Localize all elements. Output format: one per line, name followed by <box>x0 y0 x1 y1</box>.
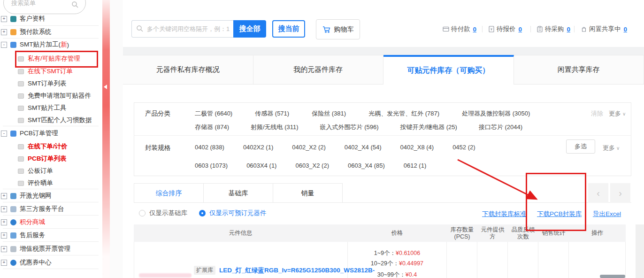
sidebar-item-coupon-center[interactable]: + 优惠券中心 <box>1 256 52 269</box>
doc-icon <box>18 81 24 86</box>
status-count[interactable]: 0 <box>519 26 522 33</box>
vertical-scrollbar[interactable] <box>636 224 644 278</box>
category-chip[interactable]: 存储器 (874) <box>195 123 229 131</box>
radio-show-bookable[interactable]: 仅显示可预订元器件 <box>199 209 267 217</box>
download-footprint-standard-link[interactable]: 下载封装库标准 <box>482 210 527 218</box>
export-excel-link[interactable]: 导出Excel <box>593 210 621 218</box>
package-chip[interactable]: 0603_X2 (2) <box>295 162 329 169</box>
expand-icon[interactable]: + <box>1 16 7 22</box>
package-chip-row1: 0402 (838) 0402X2 (1) 0402_X2 (2) 0402_X… <box>195 144 475 151</box>
sidebar-item-smt-habit-data[interactable]: SMT匹配个人习惯数据 <box>18 114 92 126</box>
search-current-button[interactable]: 搜当前 <box>272 20 305 38</box>
package-filter-label: 封装规格 <box>145 144 170 152</box>
sidebar-item-smt-order-online[interactable]: 在线下SMT订单 <box>18 65 73 77</box>
package-chip[interactable]: 0402_X8 (4) <box>400 144 434 151</box>
status-pending-purchase[interactable]: 待采购 0 <box>537 24 570 34</box>
package-chip[interactable]: 0402X2 (1) <box>243 144 273 151</box>
sidebar-item-pcb-orders[interactable]: - PCB订单管理 <box>1 127 58 139</box>
tab-mountable-inventory[interactable]: 可贴元件库存（可购买） <box>383 55 514 85</box>
multi-select-button[interactable]: 多选 <box>566 139 595 154</box>
status-pending-quote[interactable]: 待报价 0 <box>488 24 522 34</box>
category-chip[interactable]: 接口芯片 (2044) <box>479 123 522 131</box>
sidebar-item-after-sales[interactable]: + 售后服务 <box>1 229 45 241</box>
package-chip[interactable]: 0402 (838) <box>195 144 224 151</box>
cart-button[interactable]: 购物车 <box>316 19 360 39</box>
sidebar-item-pcb-order-list[interactable]: PCB订单列表 <box>18 153 67 165</box>
category-chip[interactable]: 嵌入式外围芯片 (596) <box>320 123 379 131</box>
status-count[interactable]: 0 <box>473 26 477 33</box>
watermark <box>139 273 192 278</box>
collapse-arrow-icon[interactable] <box>104 85 107 89</box>
sidebar-item-laser-stencil[interactable]: + 开激光钢网 <box>1 190 52 202</box>
price-tier: 10~29个： <box>371 260 399 267</box>
next-page-button[interactable]: › <box>610 183 630 203</box>
expand-icon[interactable]: + <box>1 232 7 239</box>
sidebar-item-third-party[interactable]: + 第三方服务平台 <box>1 203 64 215</box>
radio-show-base-lib[interactable]: 仅显示基础库 <box>139 209 187 217</box>
radio-selected-icon <box>199 210 206 216</box>
status-count[interactable]: 0 <box>567 26 571 33</box>
sidebar-item-vat-invoice[interactable]: + 增值税票开票管理 <box>1 243 70 255</box>
download-pcb-library-link[interactable]: 下载PCB封装库 <box>537 210 582 218</box>
category-chip[interactable]: 射频/无线电 (311) <box>251 123 299 131</box>
sidebar-item-free-apply[interactable]: 免费申请增加可贴器件 <box>18 90 91 102</box>
package-chip[interactable]: 0612 (1) <box>404 162 426 169</box>
expand-icon[interactable]: + <box>1 206 7 212</box>
status-label: 待采购 <box>545 25 564 33</box>
search-all-button[interactable]: 搜全部 <box>233 20 266 38</box>
package-chip[interactable]: 0603X4 (1) <box>246 162 276 169</box>
clear-filters-link[interactable]: 清除 <box>591 109 603 118</box>
expand-icon[interactable]: + <box>1 246 7 252</box>
sidebar-item-points-mall[interactable]: + 积分商城 <box>1 216 45 228</box>
expand-icon[interactable]: + <box>1 193 7 199</box>
package-chip[interactable]: 0402_X2 (2) <box>292 144 326 151</box>
doc-icon <box>18 106 24 111</box>
collapse-icon[interactable]: - <box>1 42 7 48</box>
invoice-icon <box>10 246 16 252</box>
category-chip[interactable]: 处理器及微控制器 (3050) <box>462 109 530 118</box>
sort-tab-comprehensive[interactable]: 综合排序 <box>134 184 204 203</box>
category-chip[interactable]: 按键开关/继电器 (25) <box>400 123 457 131</box>
search-icon <box>136 25 144 32</box>
expand-icon[interactable]: + <box>1 219 7 225</box>
tab-private-overview[interactable]: 元器件私有库存概况 <box>123 55 253 85</box>
horizontal-scrollbar-thumb[interactable] <box>600 275 625 278</box>
keyword-search-input[interactable] <box>131 20 233 38</box>
category-chip[interactable]: 保险丝 (381) <box>312 109 346 118</box>
category-chip[interactable]: 二极管 (6640) <box>195 109 232 118</box>
package-chip[interactable]: 0402_X4 (54) <box>345 144 382 151</box>
status-pending-payment[interactable]: 待付款 0 <box>443 24 476 34</box>
sidebar-item-public-board[interactable]: 公板订单 <box>18 165 53 177</box>
sidebar-item-stock-mgmt[interactable]: 私有/可贴库存管理 <box>18 53 80 65</box>
expand-icon[interactable]: + <box>1 260 7 266</box>
collapse-icon[interactable]: - <box>1 131 7 137</box>
more-packages-link[interactable]: 更多 ∨ <box>603 144 620 152</box>
sort-tab-sales[interactable]: 销量 <box>273 184 343 203</box>
prev-page-button[interactable]: ‹ <box>588 183 608 203</box>
more-categories-link[interactable]: 更多 ∨ <box>609 109 626 118</box>
sidebar-item-review[interactable]: 评价晒单 <box>18 177 53 189</box>
sidebar-item-pcb-quote[interactable]: 在线下单/计价 <box>18 140 68 153</box>
sidebar-item-smt[interactable]: - SMT贴片加工(新) <box>1 39 69 51</box>
sidebar-item-label: 开激光钢网 <box>20 192 52 200</box>
doc-icon <box>18 156 24 162</box>
expand-icon[interactable]: + <box>1 29 7 35</box>
sidebar-item-prepayment[interactable]: + 预付款系统 <box>1 26 52 38</box>
sidebar-item-smt-order-list[interactable]: SMT订单列表 <box>18 77 67 90</box>
sidebar-item-customer-data[interactable]: + 客户资料 <box>1 13 45 25</box>
sidebar-item-smt-tools[interactable]: SMT贴片工具 <box>18 102 67 114</box>
cell-actions <box>569 242 626 278</box>
category-chip[interactable]: 传感器 (571) <box>255 109 289 118</box>
tab-my-inventory[interactable]: 我的元器件库存 <box>253 55 384 85</box>
tab-idle-shared[interactable]: 闲置共享库存 <box>514 55 644 85</box>
sidebar: + 客户资料 + 预付款系统 - SMT贴片加工(新) 私有/可贴库存管理 在线… <box>0 0 102 278</box>
category-chip[interactable]: 光耦、发光管、红外 (787) <box>368 109 439 118</box>
sort-tab-base-lib[interactable]: 基础库 <box>204 184 273 203</box>
status-idle-sharing[interactable]: 闲置共享中 0 <box>581 24 627 34</box>
sidebar-item-label: PCB订单列表 <box>28 154 67 163</box>
package-chip[interactable]: 0452 (2) <box>452 144 475 151</box>
coupon-icon <box>10 260 16 266</box>
package-chip[interactable]: 0603 (1073) <box>195 162 228 169</box>
status-count[interactable]: 0 <box>624 26 628 33</box>
package-chip[interactable]: 0603_X4 (85) <box>348 162 385 169</box>
